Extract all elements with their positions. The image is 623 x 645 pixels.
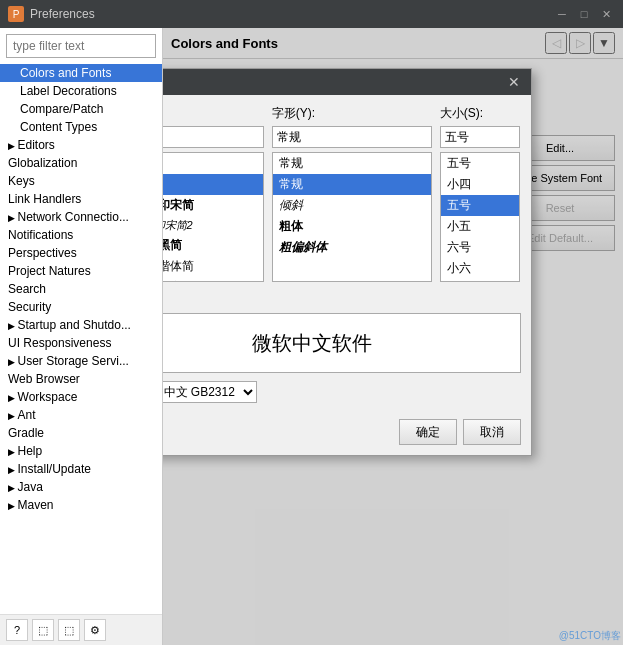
preview-text: 微软中文软件 <box>252 330 372 357</box>
font-list-item-su1[interactable]: 苏新诗古印宋简 <box>163 195 263 216</box>
style-regular-sel[interactable]: 常规 <box>273 174 431 195</box>
nav-item-link-handlers[interactable]: Link Handlers <box>0 190 162 208</box>
nav-item-label-decorations[interactable]: Label Decorations <box>0 82 162 100</box>
size-col: 大小(S): 五号 小四 五号 小五 六号 小六 七号 八号 <box>440 105 521 282</box>
watermark: @51CTO博客 <box>559 629 621 643</box>
nav-item-perspectives[interactable]: Perspectives <box>0 244 162 262</box>
style-bold[interactable]: 粗体 <box>273 216 431 237</box>
style-bold-italic[interactable]: 粗偏斜体 <box>273 237 431 258</box>
font-list-item-songti[interactable]: 宋体 <box>163 153 263 174</box>
nav-item-colors-fonts[interactable]: Colors and Fonts <box>0 64 162 82</box>
dialog-cancel-button[interactable]: 取消 <box>463 419 521 445</box>
nav-item-notifications[interactable]: Notifications <box>0 226 162 244</box>
nav-item-network[interactable]: Network Connectio... <box>0 208 162 226</box>
nav-item-user-storage[interactable]: User Storage Servi... <box>0 352 162 370</box>
right-panel: Colors and Fonts ◁ ▷ ▼ Colors and Fonts … <box>163 28 623 645</box>
nav-item-workspace[interactable]: Workspace <box>0 388 162 406</box>
script-row: 脚本(R): 中文 GB2312 <box>163 381 521 403</box>
font-col: 字体(F): 宋体 宋体 苏新诗古印宋简 苏新诗古印宋简2 隆样金砖黑简 王汉宗… <box>163 105 264 282</box>
dialog-buttons: 确定 取消 <box>163 413 531 455</box>
font-list-item-wang2[interactable]: 王汉宗细新宋简 <box>163 277 263 282</box>
nav-item-ant[interactable]: Ant <box>0 406 162 424</box>
font-list-item-wang1[interactable]: 王汉宗粗楷体简 <box>163 256 263 277</box>
style-col: 字形(Y): 常规 常规 倾斜 粗体 粗偏斜体 <box>272 105 432 282</box>
dialog-ok-button[interactable]: 确定 <box>399 419 457 445</box>
dialog-overlay: 字体 ✕ 字体(F): 宋体 宋体 苏新诗古印宋简 苏 <box>163 28 623 645</box>
size-xiaosi[interactable]: 小四 <box>441 174 519 195</box>
font-name-input[interactable] <box>163 126 264 148</box>
nav-item-editors[interactable]: Editors <box>0 136 162 154</box>
font-style-list: 常规 常规 倾斜 粗体 粗偏斜体 <box>272 152 432 282</box>
left-panel: Colors and Fonts Label Decorations Compa… <box>0 28 163 645</box>
dialog-title-bar: 字体 ✕ <box>163 69 531 95</box>
font-dialog: 字体 ✕ 字体(F): 宋体 宋体 苏新诗古印宋简 苏 <box>163 68 532 456</box>
nav-item-search[interactable]: Search <box>0 280 162 298</box>
style-italic[interactable]: 倾斜 <box>273 195 431 216</box>
nav-item-maven[interactable]: Maven <box>0 496 162 514</box>
font-size-list: 五号 小四 五号 小五 六号 小六 七号 八号 <box>440 152 520 282</box>
nav-item-globalization[interactable]: Globalization <box>0 154 162 172</box>
export-button[interactable]: ⬚ <box>58 619 80 641</box>
size-wuhao-sel[interactable]: 五号 <box>441 195 519 216</box>
close-button[interactable]: ✕ <box>597 5 615 23</box>
nav-filter-input[interactable] <box>6 34 156 58</box>
preview-label: 示例 <box>163 290 521 305</box>
nav-item-help[interactable]: Help <box>0 442 162 460</box>
font-size-input[interactable] <box>440 126 520 148</box>
nav-item-web-browser[interactable]: Web Browser <box>0 370 162 388</box>
style-regular[interactable]: 常规 <box>273 153 431 174</box>
size-wuhao[interactable]: 五号 <box>441 153 519 174</box>
nav-item-gradle[interactable]: Gradle <box>0 424 162 442</box>
font-name-list: 宋体 宋体 苏新诗古印宋简 苏新诗古印宋简2 隆样金砖黑简 王汉宗粗楷体简 王汉… <box>163 152 264 282</box>
nav-item-startup[interactable]: Startup and Shutdo... <box>0 316 162 334</box>
size-liu[interactable]: 六号 <box>441 237 519 258</box>
font-style-input[interactable] <box>272 126 432 148</box>
preview-area: 微软中文软件 <box>163 313 521 373</box>
maximize-button[interactable]: □ <box>575 5 593 23</box>
nav-item-install-update[interactable]: Install/Update <box>0 460 162 478</box>
font-list-item-long[interactable]: 隆样金砖黑简 <box>163 235 263 256</box>
main-container: Colors and Fonts Label Decorations Compa… <box>0 28 623 645</box>
left-bottom-toolbar: ? ⬚ ⬚ ⚙ <box>0 614 162 645</box>
script-select[interactable]: 中文 GB2312 <box>163 381 257 403</box>
size-xiaowu[interactable]: 小五 <box>441 216 519 237</box>
size-col-label: 大小(S): <box>440 105 521 122</box>
size-xiaoliu[interactable]: 小六 <box>441 258 519 279</box>
nav-item-compare-patch[interactable]: Compare/Patch <box>0 100 162 118</box>
font-list-item-su2[interactable]: 苏新诗古印宋简2 <box>163 216 263 235</box>
font-col-label: 字体(F): <box>163 105 264 122</box>
help-button[interactable]: ? <box>6 619 28 641</box>
nav-item-java[interactable]: Java <box>0 478 162 496</box>
nav-item-project-natures[interactable]: Project Natures <box>0 262 162 280</box>
title-bar: P Preferences ─ □ ✕ <box>0 0 623 28</box>
font-list-item-songti-sel[interactable]: 宋体 <box>163 174 263 195</box>
nav-item-security[interactable]: Security <box>0 298 162 316</box>
import-button[interactable]: ⬚ <box>32 619 54 641</box>
app-icon: P <box>8 6 24 22</box>
settings-button[interactable]: ⚙ <box>84 619 106 641</box>
app-title: Preferences <box>30 7 95 21</box>
dialog-close-button[interactable]: ✕ <box>505 73 523 91</box>
nav-item-keys[interactable]: Keys <box>0 172 162 190</box>
nav-tree: Colors and Fonts Label Decorations Compa… <box>0 64 162 614</box>
style-col-label: 字形(Y): <box>272 105 432 122</box>
minimize-button[interactable]: ─ <box>553 5 571 23</box>
size-qi[interactable]: 七号 <box>441 279 519 282</box>
nav-item-ui-responsiveness[interactable]: UI Responsiveness <box>0 334 162 352</box>
nav-item-content-types[interactable]: Content Types <box>0 118 162 136</box>
